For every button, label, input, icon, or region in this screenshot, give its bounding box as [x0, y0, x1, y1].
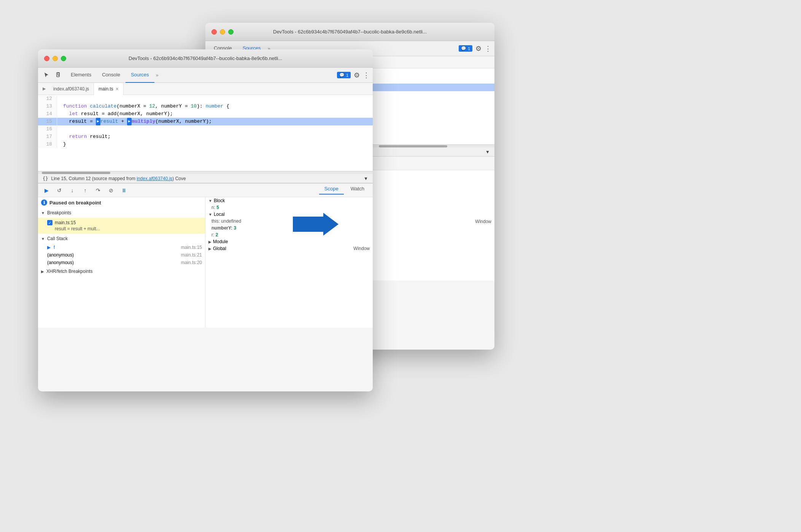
triangle-block-front: ▼: [208, 199, 212, 203]
title-bar-back: DevTools - 62c6b934c4b7f676049af4b7--buc…: [205, 23, 494, 41]
breakpoints-label: Breakpoints: [47, 210, 71, 215]
checkmark-icon: ✓: [48, 221, 51, 225]
scope-r-front: r: 2: [205, 231, 373, 238]
tab-console-front[interactable]: Console: [97, 68, 126, 83]
more-menu-back[interactable]: ⋮: [485, 44, 491, 53]
devtools-toolbar-front: Elements Console Sources » 💬 1 ⚙ ⋮: [38, 68, 373, 83]
chat-icon-front: 💬: [339, 73, 345, 78]
more-menu-front[interactable]: ⋮: [363, 71, 370, 79]
triangle-global-front: ▶: [208, 247, 211, 251]
line-content-14: let result = add(numberX, numberY);: [57, 110, 373, 118]
debug-stepinto-btn[interactable]: ↓: [67, 185, 78, 196]
status-expand-front[interactable]: ▼: [364, 176, 368, 181]
xhr-header[interactable]: ▶ XHR/fetch Breakpoints: [38, 266, 205, 276]
scope-module-front[interactable]: ▶ Module: [205, 238, 373, 245]
file-tab-index-front[interactable]: index.af063740.js: [49, 83, 94, 95]
cursor-icon-front[interactable]: [41, 70, 52, 81]
code-line-14: 14 let result = add(numberX, numberY);: [38, 110, 373, 118]
tab-sources-front[interactable]: Sources: [126, 68, 154, 83]
device-icon-front[interactable]: [53, 70, 64, 81]
minimize-button-front[interactable]: [52, 56, 58, 61]
chat-count-front: 1: [346, 73, 348, 78]
scope-global-val-back: Window: [475, 219, 491, 224]
code-line-18: 18 }: [38, 141, 373, 148]
file-tabs-front: ▶ index.af063740.js main.ts ×: [38, 83, 373, 95]
debug-deactivate-btn[interactable]: ⊘: [106, 185, 116, 196]
close-button-back[interactable]: [211, 29, 217, 35]
line-content-18: }: [57, 141, 373, 148]
status-expand-back[interactable]: ▼: [485, 149, 490, 155]
paused-header: ℹ Paused on breakpoint: [38, 197, 205, 208]
right-panel-front: ▼ Block n: 5 ▼ Local this: undefined num…: [205, 197, 373, 328]
left-panel-front: ℹ Paused on breakpoint ▼ Breakpoints ✓ m…: [38, 197, 205, 328]
chat-badge-front[interactable]: 💬 1: [337, 72, 351, 78]
debug-stepout-btn[interactable]: ↑: [80, 185, 91, 196]
scope-global-val-front: Window: [353, 246, 370, 251]
tab-elements-front[interactable]: Elements: [65, 68, 97, 83]
code-line-13: 13 function calculate(numberX = 12, numb…: [38, 103, 373, 110]
file-tab-main-front[interactable]: main.ts ×: [94, 83, 124, 95]
scope-global-front[interactable]: ▶ Global Window: [205, 245, 373, 252]
bottom-panel-front: ▶ ↺ ↓ ↑ ↷ ⊘ ⏸ Scope Watch ℹ Paused on br…: [38, 183, 373, 328]
scrollbar-h-front[interactable]: [38, 171, 373, 174]
window-title-back: DevTools - 62c6b934c4b7f676049af4b7--buc…: [273, 29, 427, 35]
scope-local-front[interactable]: ▼ Local: [205, 211, 373, 218]
toolbar-right-front: 💬 1 ⚙ ⋮: [337, 71, 370, 79]
code-line-12: 12: [38, 95, 373, 103]
line-num-12: 12: [38, 95, 57, 103]
source-map-link-front[interactable]: index.af063740.js: [137, 176, 172, 181]
line-content-16: [57, 125, 373, 133]
debug-stepover-btn[interactable]: ↷: [93, 185, 103, 196]
triangle-xhr: ▶: [41, 269, 44, 274]
scope-r-val-front: 2: [216, 232, 218, 238]
callstack-entry-0[interactable]: ▶ f main.ts:15: [38, 244, 205, 251]
status-text-front: Line 15, Column 12 (source mapped from i…: [51, 176, 186, 181]
debug-toolbar-right-front: Scope Watch: [319, 186, 370, 195]
gear-icon-back[interactable]: ⚙: [475, 44, 482, 53]
info-badge: ℹ: [41, 200, 47, 206]
callstack-header[interactable]: ▼ Call Stack: [38, 234, 205, 244]
file-tab-index-name-front: index.af063740.js: [53, 86, 89, 92]
scope-global-label-front: Global: [213, 246, 226, 251]
gear-icon-front[interactable]: ⚙: [354, 71, 360, 79]
watch-tab-front[interactable]: Watch: [345, 186, 370, 195]
chat-icon-back: 💬: [461, 46, 466, 51]
breakpoint-code-preview: result = result + mult...: [47, 226, 202, 231]
callstack-entry-2[interactable]: (anonymous) main.ts:20: [38, 259, 205, 266]
breakpoints-header[interactable]: ▼ Breakpoints: [38, 208, 205, 218]
debug-pause-btn[interactable]: ⏸: [119, 185, 129, 196]
line-content-15: result = ▶result + ▶multiply(numberX, nu…: [57, 118, 373, 125]
xhr-label: XHR/fetch Breakpoints: [46, 269, 92, 274]
line-num-14: 14: [38, 110, 57, 118]
maximize-button-back[interactable]: [228, 29, 234, 35]
callstack-loc-0: main.ts:15: [181, 245, 202, 250]
scope-tab-front[interactable]: Scope: [319, 186, 344, 195]
file-tab-close-front[interactable]: ×: [116, 86, 119, 92]
code-line-16: 16: [38, 125, 373, 133]
breakpoint-file: ✓ main.ts:15: [47, 220, 202, 225]
debug-play-btn[interactable]: ▶: [41, 185, 52, 196]
scope-block-label-front: Block: [214, 198, 225, 203]
callstack-entry-1[interactable]: (anonymous) main.ts:21: [38, 251, 205, 259]
more-tabs-front[interactable]: »: [154, 72, 160, 78]
callstack-name-1: (anonymous): [47, 252, 74, 258]
scope-numbery-key-front: numberY:: [211, 225, 234, 231]
chat-count-back: 1: [468, 46, 470, 51]
callstack-name-2: (anonymous): [47, 260, 74, 265]
line-num-15: 15: [38, 118, 57, 125]
breakpoint-checkbox[interactable]: ✓: [47, 220, 52, 225]
minimize-button-back[interactable]: [220, 29, 225, 35]
file-tab-main-name-front: main.ts: [99, 86, 113, 92]
line-num-18: 18: [38, 141, 57, 148]
svg-rect-1: [58, 73, 59, 75]
triangle-local-front: ▼: [208, 212, 212, 217]
close-button-front[interactable]: [44, 56, 49, 61]
toolbar-right-back: 💬 1 ⚙ ⋮: [459, 44, 491, 53]
scope-block-front[interactable]: ▼ Block: [205, 197, 373, 204]
traffic-lights-front: [44, 56, 66, 61]
scope-local-label-front: Local: [214, 212, 225, 217]
maximize-button-front[interactable]: [61, 56, 66, 61]
line-num-16: 16: [38, 125, 57, 133]
debug-stepback-btn[interactable]: ↺: [54, 185, 65, 196]
chat-badge-back[interactable]: 💬 1: [459, 45, 472, 52]
